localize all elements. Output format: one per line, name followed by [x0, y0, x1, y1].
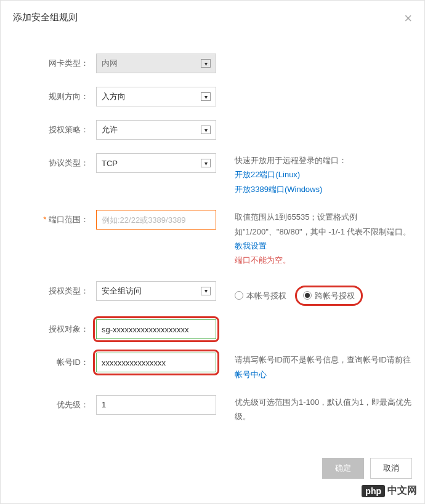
radio-icon: [235, 291, 243, 300]
priority-input[interactable]: [96, 395, 216, 415]
auth-radio-group: 本帐号授权 跨帐号授权: [235, 281, 412, 306]
port-input[interactable]: [96, 210, 216, 230]
auth-object-input[interactable]: [96, 319, 216, 339]
auth-type-value: 安全组访问: [102, 286, 142, 297]
chevron-down-icon: ▾: [201, 126, 211, 134]
watermark: php 中文网: [362, 484, 417, 497]
chevron-down-icon: ▾: [201, 59, 211, 68]
chevron-down-icon: ▾: [201, 159, 211, 167]
port-hint: 取值范围从1到65535；设置格式例如"1/200"、"80/80"，其中 -1…: [235, 212, 411, 236]
radio-same-account[interactable]: 本帐号授权: [235, 289, 286, 303]
cancel-button[interactable]: 取消: [370, 458, 412, 479]
nic-value: 内网: [102, 58, 118, 69]
priority-label: 优先级：: [13, 395, 96, 410]
radio-checked-icon: [303, 291, 312, 300]
protocol-label: 协议类型：: [13, 153, 96, 169]
radio-label-same: 本帐号授权: [246, 289, 286, 303]
form: 网卡类型： 内网 ▾ 规则方向： 入方向 ▾ 授权策略： 允许: [1, 35, 424, 424]
account-id-label: 帐号ID：: [13, 353, 96, 368]
policy-value: 允许: [102, 124, 118, 135]
auth-object-label: 授权对象：: [13, 319, 96, 335]
modal-header: 添加安全组规则 ×: [1, 1, 424, 35]
protocol-value: TCP: [102, 159, 118, 168]
nic-label: 网卡类型：: [13, 54, 96, 69]
modal-title: 添加安全组规则: [13, 12, 78, 22]
policy-select[interactable]: 允许 ▾: [96, 120, 216, 140]
ok-button[interactable]: 确定: [322, 458, 364, 479]
watermark-text: 中文网: [387, 484, 417, 497]
radio-label-cross: 跨帐号授权: [315, 289, 355, 303]
account-center-link[interactable]: 帐号中心: [235, 370, 267, 379]
port-error: 端口不能为空。: [235, 253, 412, 267]
direction-value: 入方向: [102, 91, 126, 102]
direction-label: 规则方向：: [13, 87, 96, 102]
port-label: 端口范围：: [13, 210, 96, 225]
account-id-hint: 请填写帐号ID而不是帐号信息，查询帐号ID请前往: [235, 355, 411, 364]
open-port-22-link[interactable]: 开放22端口(Linux): [235, 167, 412, 182]
modal-dialog: 添加安全组规则 × 网卡类型： 内网 ▾ 规则方向： 入方向 ▾ 授权策略：: [0, 0, 425, 504]
close-icon[interactable]: ×: [404, 12, 412, 25]
auth-type-label: 授权类型：: [13, 281, 96, 297]
watermark-logo: php: [362, 485, 385, 497]
nic-select[interactable]: 内网 ▾: [96, 54, 216, 73]
priority-hint: 优先级可选范围为1-100，默认值为1，即最高优先级。: [216, 395, 412, 424]
auth-type-select[interactable]: 安全组访问 ▾: [96, 281, 216, 301]
protocol-select[interactable]: TCP ▾: [96, 153, 216, 173]
radio-cross-account[interactable]: 跨帐号授权: [295, 286, 363, 306]
policy-label: 授权策略：: [13, 120, 96, 135]
modal-footer: 确定 取消: [322, 458, 412, 479]
account-id-input[interactable]: [96, 353, 216, 372]
chevron-down-icon: ▾: [201, 92, 211, 101]
open-port-3389-link[interactable]: 开放3389端口(Windows): [235, 182, 412, 196]
port-hint-link[interactable]: 教我设置: [235, 241, 267, 250]
direction-select[interactable]: 入方向 ▾: [96, 87, 216, 106]
chevron-down-icon: ▾: [201, 287, 211, 295]
protocol-hint: 快速开放用于远程登录的端口：: [235, 153, 412, 167]
